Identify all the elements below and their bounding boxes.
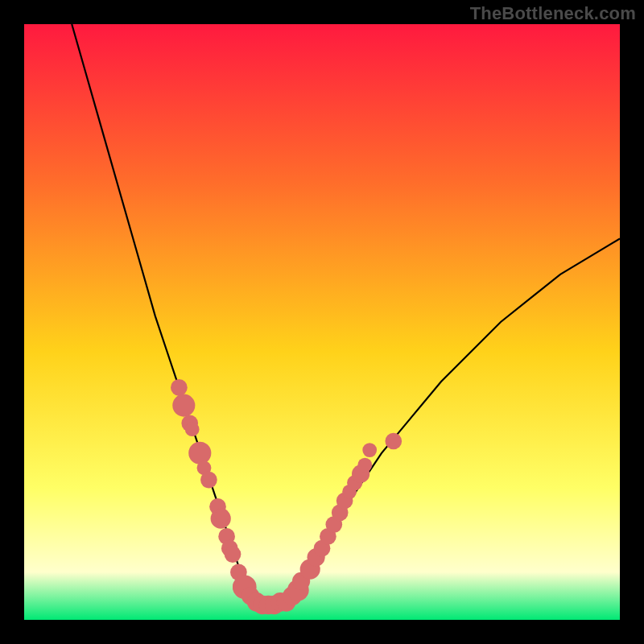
- data-marker: [385, 433, 402, 450]
- data-marker: [200, 472, 217, 489]
- data-marker: [362, 443, 377, 457]
- data-marker: [215, 509, 229, 523]
- data-marker: [188, 442, 211, 464]
- data-marker: [357, 458, 372, 473]
- data-marker: [185, 422, 200, 436]
- data-marker: [225, 546, 242, 563]
- chart-svg: [24, 24, 620, 620]
- data-marker: [171, 379, 188, 396]
- gradient-background: [24, 24, 620, 620]
- data-marker: [172, 394, 195, 417]
- chart-frame: TheBottleneck.com: [0, 0, 644, 644]
- watermark-text: TheBottleneck.com: [470, 3, 636, 24]
- plot-area: [24, 24, 620, 620]
